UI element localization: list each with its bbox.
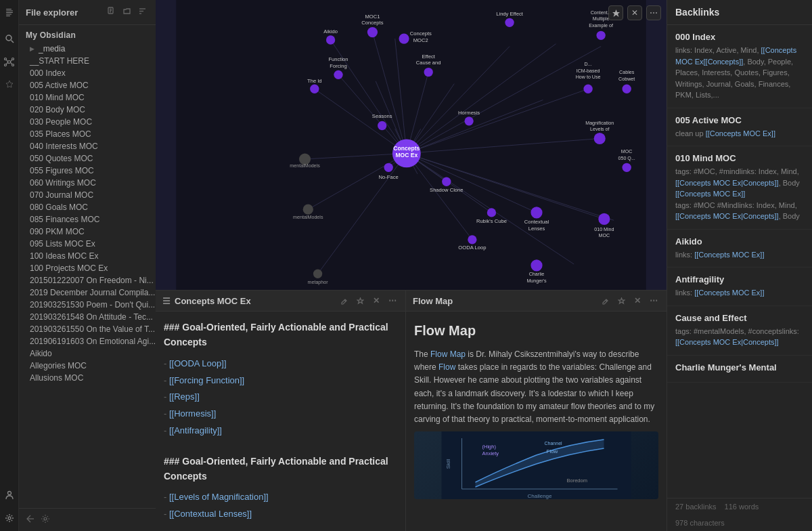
sidebar-item-aikido[interactable]: Aikido <box>19 347 156 360</box>
sidebar-item-020[interactable]: 020 Body MOC <box>19 104 156 116</box>
backlink-010-link3[interactable]: [[Concepts MOC Ex|Concepts]] <box>675 212 779 220</box>
backlink-antifragility-link[interactable]: [[Concepts MOC Ex]] <box>694 289 764 297</box>
graph-pin-btn[interactable] <box>608 5 623 20</box>
node-050q[interactable] <box>623 163 631 172</box>
sidebar-item-030[interactable]: 030 People MOC <box>19 116 156 128</box>
node-cause[interactable] <box>424 68 433 77</box>
concepts-edit-icon[interactable] <box>338 295 350 307</box>
backlink-000-title[interactable]: 000 Index <box>675 32 804 42</box>
new-folder-icon[interactable] <box>120 5 133 19</box>
sort-icon[interactable] <box>136 5 149 19</box>
sidebar-item-100projects[interactable]: 100 Projects MOC Ex <box>19 262 156 274</box>
sidebar-item-070[interactable]: 070 Journal MOC <box>19 189 156 201</box>
people-icon[interactable] <box>2 488 17 503</box>
node-hormesis[interactable] <box>464 116 473 125</box>
flow-close-icon[interactable]: ✕ <box>631 295 644 307</box>
sidebar-item-095[interactable]: 095 Lists MOC Ex <box>19 238 156 250</box>
sidebar-item-201903a[interactable]: 201903251530 Poem - Don't Qui... <box>19 299 156 311</box>
sidebar-item-201903b[interactable]: 201903261548 On Attitude - Tec... <box>19 311 156 323</box>
concepts-link-reps[interactable]: [[Reps]] <box>164 389 397 406</box>
node-charlie[interactable] <box>531 259 542 271</box>
flow-more-icon[interactable]: ⋯ <box>648 295 660 307</box>
sidebar-item-2019dec[interactable]: 2019 December Journal Compila... <box>19 286 156 299</box>
node-mentalmodels2[interactable] <box>303 205 313 215</box>
concepts-link-antifragility[interactable]: [[Antifragility]] <box>164 423 397 440</box>
sidebar-item-010[interactable]: 010 Mind MOC <box>19 91 156 104</box>
sidebar-item-005[interactable]: 005 Active MOC <box>19 79 156 91</box>
star-icon[interactable] <box>2 77 17 92</box>
graph-controls: ✕ ⋯ <box>608 5 661 20</box>
node-010mind[interactable] <box>598 213 610 225</box>
footer-left-icon[interactable] <box>26 514 35 526</box>
sidebar-item-100ideas[interactable]: 100 Ideas MOC Ex <box>19 250 156 262</box>
search-icon[interactable] <box>2 31 17 46</box>
backlink-charlie-title[interactable]: Charlie Munger's Mental <box>675 362 804 373</box>
backlink-010-title[interactable]: 010 Mind MOC <box>675 153 804 163</box>
sidebar-item-040[interactable]: 040 Interests MOC <box>19 140 156 152</box>
backlink-aikido-link[interactable]: [[Concepts MOC Ex]] <box>694 251 764 259</box>
node-forcing[interactable] <box>334 70 342 79</box>
concepts-more-icon[interactable]: ⋯ <box>386 295 399 307</box>
node-lindy[interactable] <box>505 18 514 27</box>
sidebar-item-050[interactable]: 050 Quotes MOC <box>19 152 156 165</box>
node-seasons[interactable] <box>378 121 386 130</box>
backlink-cause-link[interactable]: [[Concepts MOC Ex|Concepts]] <box>675 338 779 346</box>
new-file-icon[interactable] <box>105 5 118 19</box>
flow-pin-icon[interactable] <box>615 295 627 307</box>
sidebar-item-allegories[interactable]: Allegories MOC <box>19 360 156 372</box>
flow-edit-icon[interactable] <box>599 295 611 307</box>
sidebar-item-090[interactable]: 090 PKM MOC <box>19 226 156 238</box>
svg-point-10 <box>5 64 7 66</box>
concepts-link-contextual[interactable]: [[Contextual Lenses]] <box>164 506 397 523</box>
node-theid[interactable] <box>310 85 319 93</box>
concepts-pin-icon[interactable] <box>354 295 366 307</box>
graph-more-btn[interactable]: ⋯ <box>646 5 661 20</box>
sidebar-item-055[interactable]: 055 Figures MOC <box>19 165 156 177</box>
sidebar-item-080[interactable]: 080 Goals MOC <box>19 201 156 213</box>
node-concepts-moc2[interactable] <box>399 33 409 43</box>
backlink-010-link2[interactable]: [[Concepts MOC Ex]] <box>675 190 745 198</box>
sidebar-item-060[interactable]: 060 Writings MOC <box>19 177 156 189</box>
graph-icon[interactable] <box>2 54 17 69</box>
footer-settings-icon[interactable] <box>41 514 50 526</box>
node-howtouse[interactable] <box>583 85 592 93</box>
files-icon[interactable] <box>2 5 17 20</box>
node-contextual[interactable] <box>531 207 542 218</box>
flow-link2[interactable]: Flow <box>438 362 455 372</box>
node-shadowclone[interactable] <box>442 177 451 186</box>
sidebar-item-2015[interactable]: 201501222007 On Freedom - Ni... <box>19 274 156 286</box>
node-rubiks[interactable] <box>487 208 496 217</box>
sidebar-item-201906[interactable]: 201906191603 On Emotional Agi... <box>19 335 156 347</box>
backlink-000-link[interactable]: [[Concepts MOC Ex[[Concepts]] <box>675 46 796 66</box>
graph-close-btn[interactable]: ✕ <box>627 5 642 20</box>
sidebar-item-media[interactable]: _media <box>19 43 156 55</box>
concepts-link-levels[interactable]: [[Levels of Magnification]] <box>164 489 397 506</box>
graph-canvas[interactable]: Concepts MOC Ex Concepts MОС1 Concepts M… <box>156 0 667 290</box>
node-noface[interactable] <box>384 163 393 172</box>
node-levels[interactable] <box>594 133 606 144</box>
node-ooda[interactable] <box>468 235 476 244</box>
concepts-link-ooda[interactable]: [[OODA Loop]] <box>164 356 397 373</box>
concepts-close-icon[interactable]: ✕ <box>370 295 382 307</box>
flow-link[interactable]: Flow Map <box>430 349 466 359</box>
node-concepts-moc1[interactable] <box>367 27 378 37</box>
sidebar-item-035[interactable]: 035 Places MOC <box>19 128 156 140</box>
concepts-link-forcing[interactable]: [[Forcing Function]] <box>164 373 397 389</box>
sidebar-item-201903c[interactable]: 201903261550 On the Value of T... <box>19 323 156 335</box>
backlink-cause-title[interactable]: Cause and Effect <box>675 313 804 323</box>
backlink-005-link[interactable]: [[Concepts MOC Ex]] <box>706 129 775 137</box>
backlink-005-title[interactable]: 005 Active MOC <box>675 115 804 125</box>
sidebar-item-000[interactable]: 000 Index <box>19 67 156 79</box>
settings-icon[interactable] <box>2 511 17 526</box>
node-cobwet[interactable] <box>623 85 631 93</box>
concepts-link-hormesis[interactable]: [[Hormesis]] <box>164 406 397 423</box>
sidebar-item-start[interactable]: __START HERE <box>19 55 156 67</box>
backlink-aikido-title[interactable]: Aikido <box>675 236 804 247</box>
node-aikido[interactable] <box>326 35 335 44</box>
sidebar-item-085[interactable]: 085 Finances MOC <box>19 213 156 226</box>
node-example[interactable] <box>596 31 605 40</box>
backlink-antifragility-title[interactable]: Antifragility <box>675 274 804 284</box>
sidebar-item-allusions[interactable]: Allusions MOC <box>19 372 156 384</box>
node-metaphor[interactable] <box>313 270 322 278</box>
backlink-010-link1[interactable]: [[Concepts MOC Ex|Concepts]] <box>675 179 779 187</box>
